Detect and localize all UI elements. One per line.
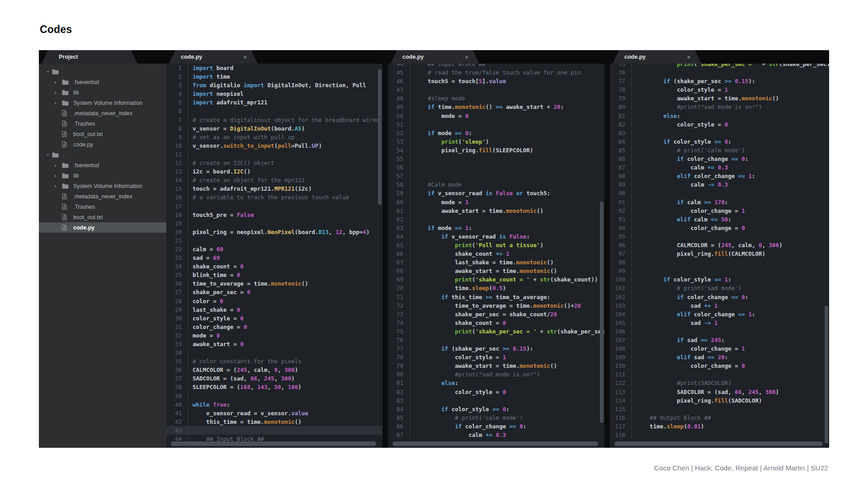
line-number: 22	[166, 245, 188, 253]
line-number: 52	[388, 129, 410, 137]
line-number: 15	[166, 184, 188, 193]
editor-window: Project ››.fseventsd›lib›System Volume I…	[39, 50, 829, 448]
code-text: pixel_ring.fill(SADCOLOR)	[632, 396, 829, 405]
line-number: 101	[610, 284, 632, 292]
tree-group-row[interactable]: ›.	[39, 150, 166, 160]
line-number: 33	[166, 340, 188, 348]
horizontal-scrollbar[interactable]	[171, 441, 376, 446]
code-line: 33awake_start = 0	[166, 340, 382, 348]
code-line: 32mode = 0	[166, 331, 382, 340]
code-text: time_to_average = time.monotonic()+20	[410, 301, 604, 310]
line-number: 65	[388, 241, 410, 249]
code-text: if color_change == 0:	[632, 293, 829, 301]
code-line: 98	[610, 258, 829, 267]
line-number: 74	[388, 319, 410, 327]
horizontal-scrollbar[interactable]	[614, 441, 823, 446]
tree-file-item[interactable]: .metadata_never_index	[39, 191, 166, 202]
vertical-scrollbar[interactable]	[825, 305, 828, 443]
tab-code-py[interactable]: code.py×	[613, 50, 701, 64]
tree-folder-item[interactable]: ›.fseventsd	[39, 77, 166, 87]
code-line: 75 print('shake_per_sec = ' + str(shake_…	[610, 64, 829, 68]
line-number: 29	[166, 305, 188, 314]
code-text: v_sensor_read = v_sensor.value	[188, 409, 382, 418]
close-icon[interactable]: ×	[243, 54, 258, 61]
tree-folder-item[interactable]: ›lib	[39, 87, 166, 98]
tree-group-label: .	[63, 152, 65, 158]
code-text: color_change = 1	[632, 206, 829, 215]
line-number: 23	[166, 253, 188, 262]
line-number: 85	[610, 146, 632, 155]
code-line: 103 sad += 1	[610, 301, 829, 310]
line-number: 102	[610, 293, 632, 301]
tree-file-item[interactable]: .Trashes	[39, 118, 166, 129]
code-text: calm = 60	[188, 245, 382, 253]
code-line: 5import adafruit_mpr121	[166, 98, 382, 107]
code-text	[188, 392, 382, 400]
code-text: time_to_average = time.monotonic()	[188, 279, 382, 288]
code-line: 42 this_time = time.monotonic()	[166, 418, 382, 426]
code-line: 57	[388, 172, 604, 180]
code-text: color_style = 0	[410, 388, 604, 396]
code-area[interactable]: 75 print('shake_per_sec = ' + str(shake_…	[610, 64, 829, 448]
line-number: 27	[166, 288, 188, 296]
line-number: 30	[166, 314, 188, 323]
tree-file-item[interactable]: boot_out.txt	[39, 129, 166, 139]
code-text: color_change = 0	[632, 361, 829, 370]
line-number: 3	[166, 81, 188, 89]
code-line: 79 awake_start = time.monotonic()	[388, 361, 604, 370]
tree-group-row[interactable]: ›	[39, 66, 166, 77]
tree-file-item[interactable]: code.py	[39, 222, 166, 233]
chevron-right-icon: ›	[54, 79, 62, 85]
tree-file-item[interactable]: code.py	[39, 139, 166, 150]
folder-icon	[62, 173, 72, 178]
tree-item-label: boot_out.txt	[73, 131, 103, 137]
code-line: 21	[166, 236, 382, 245]
line-number: 16	[166, 193, 188, 202]
code-area[interactable]: 1import board2import time3from digitalio…	[166, 64, 382, 448]
code-line: 48 #sleep mode	[388, 94, 604, 103]
tree-folder-item[interactable]: ›System Volume Information	[39, 98, 166, 108]
code-line: 81 else:	[388, 379, 604, 387]
line-number: 75	[388, 327, 410, 336]
horizontal-scrollbar[interactable]	[392, 441, 598, 446]
close-icon[interactable]: ×	[687, 54, 701, 61]
panel-tab-bar: code.py×	[166, 50, 382, 64]
code-area[interactable]: 44 ## Input Block ##45 # read the true/f…	[388, 64, 604, 448]
tree-folder-item[interactable]: ›.fseventsd	[39, 160, 166, 170]
code-text: if mode == 1:	[410, 224, 604, 232]
code-line: 2import time	[166, 72, 382, 81]
vertical-scrollbar[interactable]	[378, 69, 382, 205]
folder-icon	[52, 69, 62, 75]
line-number: 91	[610, 198, 632, 206]
vertical-scrollbar[interactable]	[600, 202, 604, 423]
tree-item-label: .fseventsd	[73, 162, 99, 169]
code-text: calm += 0.3	[410, 431, 604, 439]
close-icon[interactable]: ×	[465, 54, 479, 61]
sidebar-tab-bar: Project	[39, 50, 166, 64]
code-line: 3from digitalio import DigitalInOut, Dir…	[166, 81, 382, 89]
code-text: while True:	[188, 400, 382, 409]
line-number: 43	[166, 426, 188, 435]
code-line: 105 sad -= 1	[610, 319, 829, 327]
code-text: color_style = 1	[632, 85, 829, 94]
tree-folder-item[interactable]: ›lib	[39, 170, 166, 181]
tree-folder-item[interactable]: ›System Volume Information	[39, 181, 166, 191]
line-number: 17	[166, 202, 188, 211]
tree-file-item[interactable]: .metadata_never_index	[39, 108, 166, 118]
code-text: pixel_ring = neopixel.NeoPixel(board.D13…	[188, 228, 382, 236]
tree-file-item[interactable]: boot_out.txt	[39, 212, 166, 222]
code-text	[632, 129, 829, 137]
code-panel-2: code.py×44 ## Input Block ##45 # read th…	[388, 50, 604, 448]
code-text: awake_start = time.monotonic()	[632, 94, 829, 103]
tab-project[interactable]: Project	[42, 50, 137, 64]
line-number: 89	[610, 180, 632, 189]
tree-file-item[interactable]: .Trashes	[39, 202, 166, 212]
line-number: 49	[388, 103, 410, 111]
code-text: if (shake_per_sec >= 0.15):	[410, 344, 604, 353]
tab-code-py[interactable]: code.py×	[169, 50, 258, 64]
line-number: 83	[388, 396, 410, 405]
code-text: awake_start = time.monotonic()	[410, 206, 604, 215]
code-line: 72 time_to_average = time.monotonic()+20	[388, 301, 604, 310]
tab-code-py[interactable]: code.py×	[391, 50, 479, 64]
line-number: 39	[166, 392, 188, 400]
